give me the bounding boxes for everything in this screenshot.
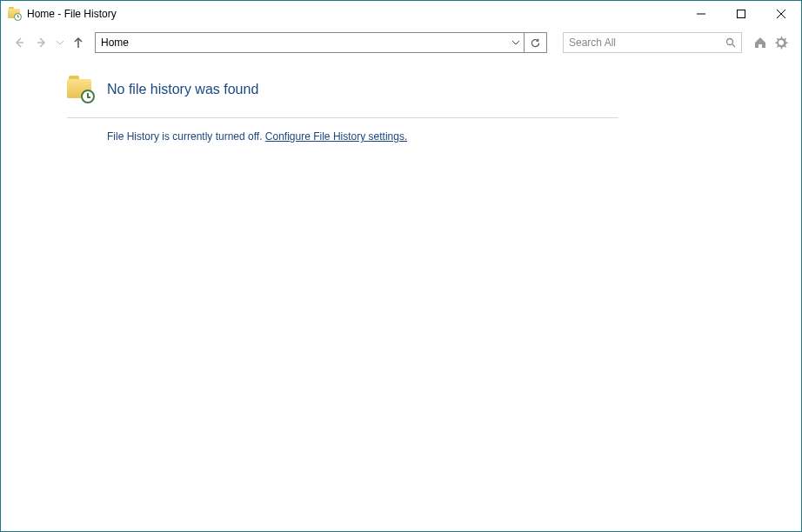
search-box	[563, 32, 742, 53]
status-text: File History is currently turned off.	[107, 130, 265, 143]
status-message: File History is currently turned off. Co…	[67, 118, 801, 143]
search-icon[interactable]	[720, 33, 741, 52]
svg-rect-1	[738, 10, 745, 18]
main-content: No file history was found File History i…	[1, 58, 801, 143]
refresh-button[interactable]	[524, 33, 546, 52]
back-button[interactable]	[10, 33, 29, 52]
navigation-toolbar	[1, 27, 801, 58]
forward-button[interactable]	[32, 33, 51, 52]
window-title: Home - File History	[27, 8, 117, 20]
address-bar	[95, 32, 547, 53]
recent-locations-dropdown[interactable]	[55, 41, 65, 45]
page-heading: No file history was found	[107, 82, 258, 97]
close-button[interactable]	[761, 1, 801, 27]
file-history-icon	[8, 7, 22, 21]
svg-point-7	[727, 39, 733, 45]
file-history-large-icon	[67, 76, 95, 103]
up-button[interactable]	[69, 33, 88, 52]
svg-line-8	[732, 44, 735, 47]
configure-link[interactable]: Configure File History settings.	[265, 130, 407, 143]
home-icon[interactable]	[752, 35, 768, 50]
address-input[interactable]	[96, 33, 508, 52]
search-input[interactable]	[564, 33, 720, 52]
address-dropdown[interactable]	[508, 33, 524, 52]
heading-row: No file history was found	[67, 76, 618, 118]
gear-icon[interactable]	[773, 35, 789, 50]
minimize-button[interactable]	[681, 1, 721, 27]
maximize-button[interactable]	[721, 1, 761, 27]
titlebar: Home - File History	[1, 1, 801, 27]
